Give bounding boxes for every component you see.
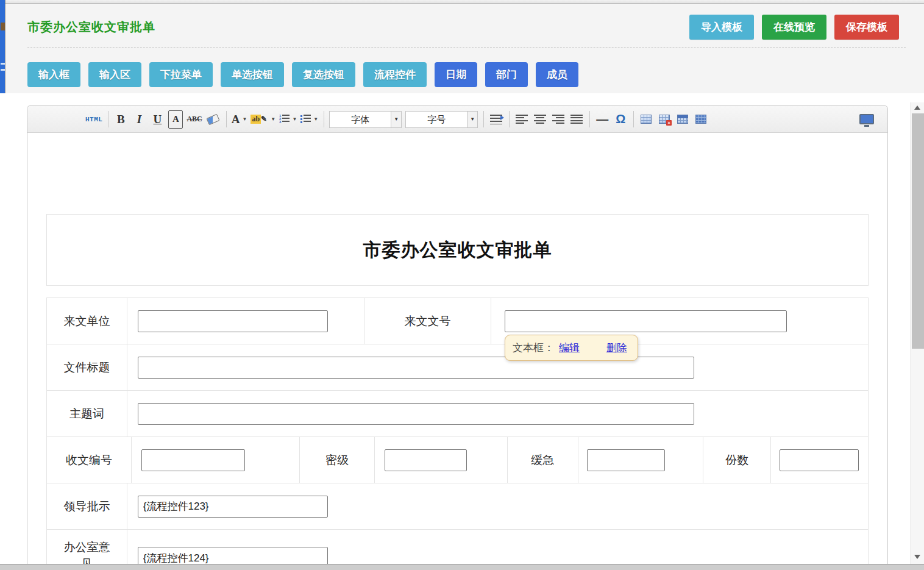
scroll-up-icon[interactable] [914, 105, 920, 110]
approval-form-table: 来文单位 来文文号 文件标题 主题词 [46, 297, 869, 570]
cell-urgency [578, 437, 704, 483]
toolbar-separator [324, 111, 324, 127]
widget-member-button[interactable]: 成员 [536, 62, 578, 87]
import-template-button[interactable]: 导入模板 [689, 15, 754, 40]
label-urgency: 缓急 [508, 437, 578, 483]
widget-input-box-button[interactable]: 输入框 [27, 62, 80, 87]
font-color-icon[interactable]: A▼ [232, 110, 247, 129]
strikethrough-icon[interactable]: ABC [187, 110, 202, 129]
italic-icon[interactable]: I [132, 110, 146, 129]
label-subject-words: 主题词 [47, 391, 127, 436]
toolbar-separator [633, 111, 634, 127]
quote-block-icon[interactable]: A [168, 110, 183, 129]
tooltip-edit-link[interactable]: 编辑 [559, 341, 580, 355]
label-incoming-doc-number: 来文文号 [364, 298, 491, 344]
form-designer-header: 市委办公室收文审批单 导入模板 在线预览 保存模板 输入框 输入区 下拉菜单 单… [6, 4, 924, 93]
cell-document-title [127, 344, 868, 390]
ordered-list-icon[interactable]: 123▼ [279, 110, 297, 129]
widget-radio-button[interactable]: 单选按钮 [221, 62, 284, 87]
toolbar-separator [226, 111, 227, 127]
toolbar-separator [108, 111, 108, 127]
highlight-color-icon[interactable]: ab✎▼ [251, 110, 275, 129]
widget-toolbar: 输入框 输入区 下拉菜单 单选按钮 复选按钮 流程控件 日期 部门 成员 [6, 48, 924, 87]
receipt-number-input[interactable] [141, 449, 245, 471]
online-preview-button[interactable]: 在线预览 [762, 15, 826, 40]
vertical-scrollbar[interactable] [910, 102, 924, 564]
editor-toolbar: HTML B I U A ABC A▼ ab✎▼ 123▼ ▼ 字体▼ 字号▼ [27, 106, 887, 133]
toolbar-separator [483, 111, 484, 127]
font-family-caret-icon[interactable]: ▼ [391, 112, 401, 127]
app-window: 市委办公室收文审批单 导入模板 在线预览 保存模板 输入框 输入区 下拉菜单 单… [0, 0, 924, 570]
align-left-icon[interactable] [514, 110, 529, 129]
cell-incoming-unit [127, 298, 364, 344]
widget-checkbox-button[interactable]: 复选按钮 [292, 62, 355, 87]
widget-textarea-button[interactable]: 输入区 [88, 62, 141, 87]
table-row: 主题词 [47, 391, 868, 437]
scrollbar-thumb[interactable] [912, 113, 924, 349]
rich-text-editor: HTML B I U A ABC A▼ ab✎▼ 123▼ ▼ 字体▼ 字号▼ [27, 105, 888, 570]
align-justify-icon[interactable] [569, 110, 584, 129]
cell-receipt-number [132, 437, 300, 483]
label-document-title: 文件标题 [47, 344, 127, 390]
window-left-edge [0, 0, 5, 93]
scroll-down-icon[interactable] [914, 555, 920, 559]
left-edge-line-icon [1, 63, 5, 65]
incoming-unit-input[interactable] [138, 310, 328, 332]
underline-icon[interactable]: U [150, 110, 165, 129]
form-title: 市委办公室收文审批单 [46, 214, 869, 286]
indent-icon[interactable] [489, 110, 503, 129]
window-top-edge [0, 0, 924, 4]
label-leader-instructions: 领导批示 [47, 483, 127, 529]
align-center-icon[interactable] [533, 110, 547, 129]
widget-department-button[interactable]: 部门 [485, 62, 528, 87]
align-right-icon[interactable] [551, 110, 566, 129]
table-row: 来文单位 来文文号 [47, 298, 868, 344]
left-edge-bookmark-icon [1, 23, 5, 30]
table-row: 收文编号 密级 缓急 份数 [47, 437, 868, 483]
fullscreen-icon[interactable] [859, 110, 874, 129]
cell-leader-instructions [127, 483, 868, 529]
save-template-button[interactable]: 保存模板 [834, 15, 899, 40]
tooltip-delete-link[interactable]: 删除 [606, 341, 627, 355]
toolbar-separator [589, 111, 590, 127]
label-copies: 份数 [703, 437, 771, 483]
font-size-select[interactable]: 字号▼ [405, 111, 478, 128]
html-source-icon[interactable]: HTML [85, 110, 102, 129]
font-size-caret-icon[interactable]: ▼ [467, 112, 477, 127]
cell-copies [771, 437, 868, 483]
tooltip-label: 文本框： [513, 341, 554, 355]
leader-instructions-input[interactable] [138, 496, 328, 518]
page-title: 市委办公室收文审批单 [27, 19, 155, 35]
widget-date-button[interactable]: 日期 [435, 62, 477, 87]
label-receipt-number: 收文编号 [47, 437, 132, 483]
copies-input[interactable] [780, 449, 859, 471]
bold-icon[interactable]: B [113, 110, 128, 129]
table-row: 文件标题 [47, 344, 868, 391]
horizontal-rule-icon[interactable]: — [595, 110, 609, 129]
incoming-doc-number-input[interactable] [505, 310, 787, 332]
textbox-edit-tooltip: 文本框： 编辑 删除 [505, 335, 638, 361]
label-security-level: 密级 [300, 437, 375, 483]
table-properties-icon[interactable] [675, 110, 690, 129]
widget-dropdown-button[interactable]: 下拉菜单 [149, 62, 213, 87]
cell-subject-words [127, 391, 868, 436]
unordered-list-icon[interactable]: ▼ [300, 110, 318, 129]
font-family-select[interactable]: 字体▼ [329, 111, 402, 128]
special-char-icon[interactable]: Ω [613, 110, 628, 129]
security-level-input[interactable] [385, 449, 467, 471]
left-edge-line-icon [1, 69, 5, 71]
insert-table-icon[interactable] [639, 110, 653, 129]
delete-table-icon[interactable]: ✕ [657, 110, 672, 129]
cell-security-level [375, 437, 508, 483]
subject-words-input[interactable] [138, 403, 694, 425]
urgency-input[interactable] [587, 449, 665, 471]
toolbar-separator [509, 111, 510, 127]
label-incoming-unit: 来文单位 [47, 298, 127, 344]
horizontal-scrollbar[interactable] [0, 564, 924, 570]
table-row: 领导批示 [47, 483, 868, 530]
cell-properties-icon[interactable] [694, 110, 708, 129]
remove-format-eraser-icon[interactable] [206, 110, 221, 129]
widget-flow-control-button[interactable]: 流程控件 [363, 62, 427, 87]
